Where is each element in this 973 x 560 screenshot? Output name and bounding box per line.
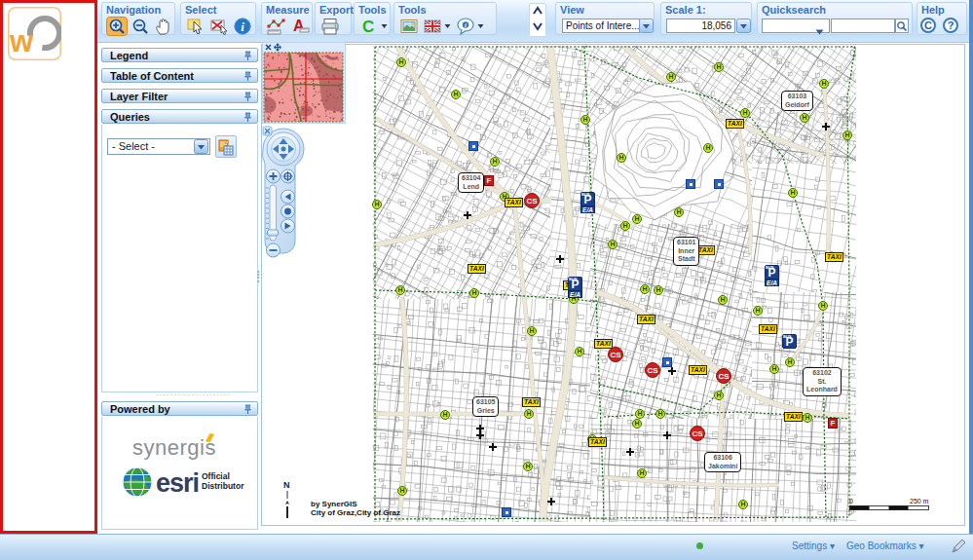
svg-text:C: C bbox=[362, 18, 374, 36]
svg-text:w: w bbox=[9, 24, 34, 58]
svg-text:N: N bbox=[283, 480, 290, 490]
svg-text:i: i bbox=[465, 21, 467, 28]
svg-text:Distributor: Distributor bbox=[202, 481, 244, 491]
svg-text:i: i bbox=[241, 19, 244, 33]
svg-text:esri: esri bbox=[156, 468, 199, 498]
svg-text:Official: Official bbox=[202, 471, 230, 481]
